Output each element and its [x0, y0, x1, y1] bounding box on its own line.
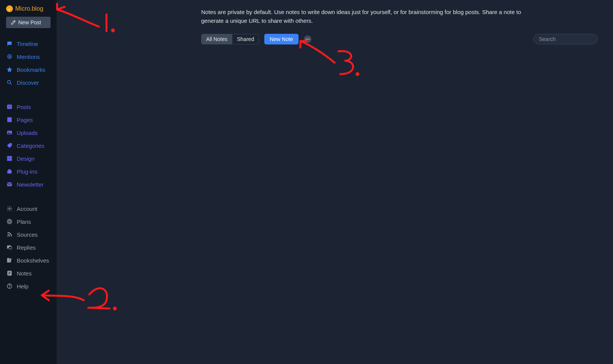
nav-group-content: Posts Pages Uploads Categories Design Pl…	[0, 98, 57, 193]
svg-rect-5	[8, 107, 11, 107]
sidebar-item-label: Plug-ins	[17, 168, 37, 175]
brand-logo-icon	[6, 5, 13, 12]
sidebar-item-bookshelves[interactable]: Bookshelves	[0, 254, 57, 267]
target-icon	[6, 218, 13, 225]
uploads-icon	[6, 129, 13, 136]
sidebar-item-notes[interactable]: Notes	[0, 267, 57, 280]
svg-point-22	[9, 221, 10, 222]
sidebar-item-label: Uploads	[17, 130, 38, 136]
gear-icon	[6, 205, 13, 212]
compose-icon	[11, 20, 16, 25]
sidebar-item-label: Newsletter	[17, 181, 44, 188]
tab-all-notes[interactable]: All Notes	[202, 34, 232, 44]
help-icon	[6, 283, 13, 290]
svg-rect-13	[10, 156, 12, 158]
svg-point-35	[308, 38, 309, 39]
sidebar-item-account[interactable]: Account	[0, 202, 57, 215]
svg-rect-8	[11, 117, 12, 122]
sidebar-item-label: Replies	[17, 244, 36, 251]
nav-group-settings: Account Plans Sources Replies Bookshelve…	[0, 200, 57, 295]
svg-rect-17	[8, 169, 10, 171]
rss-icon	[6, 231, 13, 238]
design-icon	[6, 155, 13, 162]
svg-rect-12	[7, 156, 9, 158]
sidebar-item-plans[interactable]: Plans	[0, 215, 57, 228]
svg-rect-15	[10, 159, 12, 161]
sidebar-item-label: Help	[17, 283, 29, 290]
books-icon	[6, 257, 13, 264]
replies-icon	[6, 244, 13, 251]
pages-icon	[6, 116, 13, 123]
sidebar-item-label: Sources	[17, 231, 38, 238]
sidebar-item-label: Bookshelves	[17, 257, 49, 264]
sidebar-item-help[interactable]: Help	[0, 280, 57, 293]
more-options-button[interactable]	[304, 35, 311, 43]
svg-rect-4	[8, 106, 11, 106]
sidebar-item-timeline[interactable]: Timeline	[0, 37, 57, 50]
sidebar-item-label: Mentions	[17, 54, 40, 60]
posts-icon	[6, 103, 13, 110]
svg-rect-25	[8, 258, 10, 263]
main-content: Notes are private by default. Use notes …	[57, 0, 613, 364]
svg-point-10	[8, 131, 10, 133]
sidebar-item-discover[interactable]: Discover	[0, 76, 57, 89]
nav-group-feed: Timeline Mentions Bookmarks Discover	[0, 35, 57, 91]
search-icon	[6, 79, 13, 86]
svg-point-32	[9, 287, 10, 288]
sidebar-item-replies[interactable]: Replies	[0, 241, 57, 254]
sidebar-item-posts[interactable]: Posts	[0, 100, 57, 113]
sidebar-item-label: Categories	[17, 142, 44, 149]
new-post-label: New Post	[18, 19, 41, 25]
mail-icon	[6, 181, 13, 188]
new-note-button[interactable]: New Note	[264, 34, 298, 44]
sidebar-item-label: Bookmarks	[17, 66, 45, 73]
tag-icon	[6, 142, 13, 149]
svg-point-34	[307, 38, 308, 39]
at-icon	[6, 53, 13, 60]
svg-rect-16	[8, 170, 12, 173]
sidebar-item-newsletter[interactable]: Newsletter	[0, 178, 57, 191]
sidebar-item-label: Posts	[17, 104, 31, 110]
sidebar-item-label: Design	[17, 155, 35, 162]
brand-link[interactable]: Micro.blog	[0, 5, 57, 17]
notes-intro-text: Notes are private by default. Use notes …	[201, 8, 528, 25]
svg-rect-7	[9, 117, 10, 122]
svg-point-11	[10, 144, 11, 145]
sidebar-item-label: Pages	[17, 117, 33, 123]
svg-rect-6	[8, 117, 9, 122]
sidebar-item-label: Plans	[17, 218, 31, 225]
sidebar-item-uploads[interactable]: Uploads	[0, 126, 57, 139]
sidebar-item-design[interactable]: Design	[0, 152, 57, 165]
search-input[interactable]	[533, 34, 598, 44]
sidebar-item-sources[interactable]: Sources	[0, 228, 57, 241]
sidebar: Micro.blog New Post Timeline Mentions Bo…	[0, 0, 57, 364]
sidebar-item-label: Notes	[17, 270, 32, 277]
brand-name: Micro.blog	[15, 5, 43, 12]
sidebar-item-mentions[interactable]: Mentions	[0, 50, 57, 63]
svg-point-1	[8, 81, 11, 84]
svg-line-2	[10, 83, 12, 85]
svg-rect-24	[7, 258, 8, 263]
sidebar-item-categories[interactable]: Categories	[0, 139, 57, 152]
sidebar-item-label: Timeline	[17, 41, 38, 47]
tab-shared[interactable]: Shared	[232, 34, 259, 44]
svg-rect-26	[10, 258, 11, 262]
ellipsis-icon	[305, 38, 310, 40]
svg-point-33	[305, 38, 306, 39]
svg-point-23	[8, 236, 9, 237]
notes-toolbar: All Notes Shared New Note	[201, 34, 598, 44]
sidebar-item-pages[interactable]: Pages	[0, 113, 57, 126]
sidebar-item-plugins[interactable]: Plug-ins	[0, 165, 57, 178]
svg-point-19	[9, 208, 10, 209]
search-wrap	[533, 34, 598, 44]
sidebar-item-label: Discover	[17, 79, 39, 86]
star-icon	[6, 66, 13, 73]
notes-icon	[6, 270, 13, 277]
sidebar-item-label: Account	[17, 206, 37, 212]
svg-rect-14	[7, 159, 9, 161]
message-icon	[6, 40, 13, 47]
sidebar-item-bookmarks[interactable]: Bookmarks	[0, 63, 57, 76]
new-post-button[interactable]: New Post	[6, 17, 51, 28]
plugin-icon	[6, 168, 13, 175]
notes-filter-segment: All Notes Shared	[201, 34, 259, 44]
